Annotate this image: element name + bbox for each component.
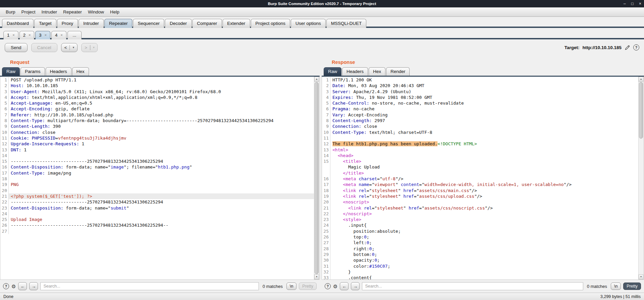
scroll-up-icon[interactable]: ▲ <box>639 77 643 82</box>
close-tab-icon[interactable]: × <box>60 33 62 37</box>
request-match-count: 0 matches <box>263 284 283 289</box>
repeater-tab-1[interactable]: 1× <box>3 31 18 39</box>
response-newline-toggle[interactable]: \n <box>611 283 621 290</box>
scroll-up-icon[interactable]: ▲ <box>314 77 319 82</box>
menu-intruder[interactable]: Intruder <box>39 8 60 16</box>
line-content <box>330 135 639 141</box>
minimize-icon[interactable]: – <box>624 0 626 7</box>
line-content: Connection: close <box>330 123 639 129</box>
code-token <box>332 182 343 187</box>
request-tab-raw[interactable]: Raw <box>2 67 20 76</box>
code-token: POST /upload.php HTTP/1.1 <box>11 77 77 82</box>
line-content: Cookie: PHPSESSID=vfentnpg4tsu3j7ika4djh… <box>9 135 314 141</box>
search-next-button[interactable]: → <box>29 282 38 290</box>
scroll-thumb[interactable] <box>315 82 319 274</box>
line-number: 28 <box>322 246 330 252</box>
line-number: 15 <box>322 158 330 164</box>
tab-comparer[interactable]: Comparer <box>192 19 222 28</box>
request-tab-headers[interactable]: Headers <box>46 67 72 76</box>
request-pretty-button[interactable]: Pretty <box>299 283 317 290</box>
search-next-button[interactable]: → <box>351 282 360 290</box>
code-token: "/> <box>396 176 403 181</box>
response-tab-render[interactable]: Render <box>386 67 410 76</box>
search-prev-button[interactable]: ← <box>18 282 27 290</box>
response-tab-headers[interactable]: Headers <box>342 67 368 76</box>
tab-target[interactable]: Target <box>34 19 56 28</box>
tab-dashboard[interactable]: Dashboard <box>2 19 34 28</box>
help-icon[interactable]: ? <box>325 283 331 289</box>
search-prev-button[interactable]: ← <box>340 282 349 290</box>
help-icon[interactable]: ? <box>633 44 639 50</box>
tab-intruder[interactable]: Intruder <box>79 19 104 28</box>
code-line: 14 <head> <box>322 153 639 158</box>
tab-user-options[interactable]: User options <box>291 19 326 28</box>
response-editor[interactable]: 1HTTP/1.1 200 OK2Date: Mon, 03 Aug 2020 … <box>322 77 644 280</box>
prev-request-button[interactable]: < ▾ <box>61 43 78 52</box>
cancel-button[interactable]: Cancel <box>31 43 57 52</box>
response-tab-hex[interactable]: Hex <box>369 67 385 76</box>
line-number: 5 <box>322 100 330 106</box>
code-token <box>332 176 343 181</box>
next-request-button[interactable]: > ▾ <box>81 43 98 52</box>
code-line: 5Accept-Language: en-US,en;q=0.5 <box>0 100 314 106</box>
tab-proxy[interactable]: Proxy <box>57 19 78 28</box>
help-icon[interactable]: ? <box>3 283 9 289</box>
code-line: 16Content-Disposition: form-data; name="… <box>0 164 314 170</box>
request-search-input[interactable] <box>40 282 259 290</box>
tab-extender[interactable]: Extender <box>223 19 250 28</box>
code-token: Connection: <box>332 124 361 129</box>
tab-repeater[interactable]: Repeater <box>104 19 133 28</box>
response-scrollbar[interactable]: ▲ ▼ <box>638 77 644 279</box>
request-tab-params[interactable]: Params <box>20 67 45 76</box>
menu-repeater[interactable]: Repeater <box>60 8 85 16</box>
code-line: 11 <box>322 135 639 141</box>
close-tab-icon[interactable]: × <box>45 33 47 37</box>
send-button[interactable]: Send <box>5 43 28 52</box>
line-content: right:0; <box>330 246 639 252</box>
repeater-tab-2[interactable]: 2× <box>19 31 35 39</box>
request-tab-hex[interactable]: Hex <box>72 67 89 76</box>
tab-mssqli-duet[interactable]: MSSQLi-DUET <box>326 19 367 28</box>
repeater-tab-tab[interactable]: ... <box>67 31 82 39</box>
code-line: 26-----------------------------257027948… <box>0 222 314 228</box>
gear-icon[interactable]: ⚙ <box>11 284 16 289</box>
close-icon[interactable]: × <box>639 0 641 7</box>
response-tab-raw[interactable]: Raw <box>324 67 341 76</box>
gear-icon[interactable]: ⚙ <box>333 284 337 289</box>
line-content: top:0; <box>330 234 639 240</box>
code-line: 12Upgrade-Insecure-Requests: 1 <box>0 141 314 147</box>
response-metrics: 3,299 bytes | 51 millis <box>600 294 641 299</box>
code-line: 27 left:0; <box>322 240 639 246</box>
code-line: 15 <title> <box>322 158 639 164</box>
line-number: 8 <box>0 118 9 123</box>
menu-window[interactable]: Window <box>85 8 107 16</box>
menu-burp[interactable]: Burp <box>3 8 18 16</box>
scroll-thumb[interactable] <box>639 82 643 139</box>
menu-project[interactable]: Project <box>18 8 39 16</box>
code-line: 5Cache-Control: no-store, no-cache, must… <box>322 100 639 106</box>
scroll-down-icon[interactable]: ▼ <box>314 274 319 279</box>
tab-sequencer[interactable]: Sequencer <box>133 19 164 28</box>
line-number: 2 <box>322 83 330 88</box>
line-content: bottom:0; <box>330 252 639 257</box>
repeater-tab-4[interactable]: 4× <box>51 31 66 39</box>
chevron-down-icon[interactable]: ▾ <box>93 46 95 49</box>
line-number: 17 <box>322 182 330 187</box>
close-tab-icon[interactable]: × <box>29 33 31 37</box>
scroll-down-icon[interactable]: ▼ <box>639 274 643 279</box>
request-newline-toggle[interactable]: \n <box>286 283 296 290</box>
request-editor[interactable]: 1POST /upload.php HTTP/1.12Host: 10.10.1… <box>0 77 320 280</box>
request-scrollbar[interactable]: ▲ ▼ <box>314 77 319 279</box>
response-pretty-button[interactable]: Pretty <box>623 283 641 290</box>
tab-decoder[interactable]: Decoder <box>165 19 191 28</box>
maximize-icon[interactable]: □ <box>631 0 634 7</box>
chevron-down-icon[interactable]: ▾ <box>73 46 74 49</box>
repeater-tab-3[interactable]: 3× <box>35 31 50 39</box>
close-tab-icon[interactable]: × <box>12 33 14 37</box>
menu-help[interactable]: Help <box>107 8 123 16</box>
tab-project-options[interactable]: Project options <box>251 19 290 28</box>
code-line: 2Host: 10.10.10.185 <box>0 83 314 88</box>
line-content <box>9 176 314 182</box>
response-search-input[interactable] <box>362 282 583 290</box>
edit-target-icon[interactable] <box>625 45 630 50</box>
